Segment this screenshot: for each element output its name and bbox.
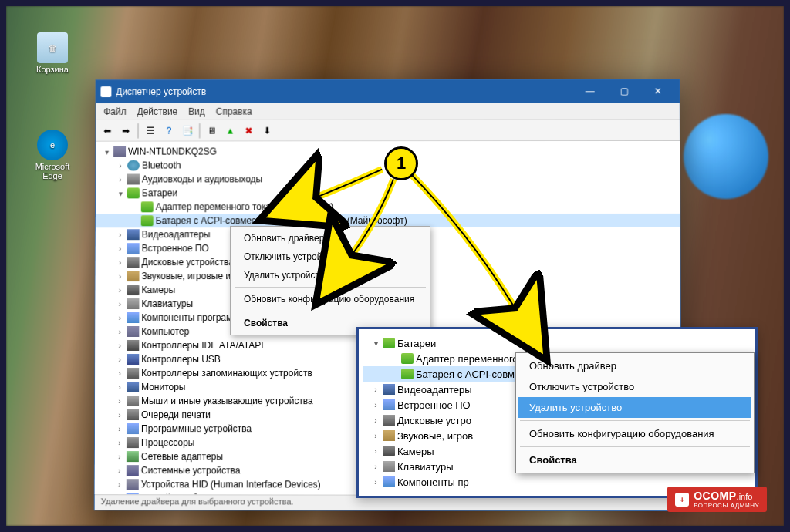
app-icon (100, 86, 111, 97)
menu-separator (520, 420, 750, 421)
battery-icon (401, 353, 414, 364)
battery-icon (127, 187, 140, 198)
mouse-icon (127, 396, 139, 406)
window-title: Диспетчер устройств (116, 86, 206, 97)
tree-batteries[interactable]: ▾Батареи (96, 186, 680, 200)
hid-icon (127, 479, 139, 490)
desktop-icon-label: Microsoft Edge (31, 162, 74, 180)
update-driver-button[interactable]: ▲ (222, 122, 239, 139)
software-icon (127, 423, 139, 434)
minimize-button[interactable]: — (573, 79, 607, 103)
display-icon (127, 229, 140, 240)
menu-properties[interactable]: Свойства (518, 450, 751, 470)
battery-icon (383, 338, 395, 348)
menu-view[interactable]: Вид (188, 106, 205, 116)
nav-back-button[interactable]: ⬅ (99, 122, 116, 139)
battery-icon (141, 215, 154, 226)
maximize-button[interactable]: ▢ (607, 79, 641, 103)
speaker-icon (127, 271, 140, 281)
separator (137, 123, 139, 138)
help-button[interactable]: ? (160, 122, 177, 139)
nav-forward-button[interactable]: ➡ (117, 122, 134, 139)
menu-separator (235, 287, 426, 288)
context-menu-main: Обновить драйвер Отключить устройство Уд… (230, 226, 430, 335)
menubar: Файл Действие Вид Справка (96, 103, 679, 120)
system-icon (127, 465, 139, 476)
desktop-icon-recycle-bin[interactable]: 🗑 Корзина (31, 32, 74, 74)
close-button[interactable]: ✕ (641, 79, 675, 103)
usb-icon (127, 354, 139, 365)
disable-button[interactable]: ⬇ (258, 122, 275, 139)
menu-scan-hardware[interactable]: Обновить конфигурацию оборудования (233, 290, 427, 308)
battery-icon (141, 201, 154, 212)
printer-icon (127, 409, 139, 420)
menu-help[interactable]: Справка (216, 106, 252, 116)
menu-uninstall-device[interactable]: Удалить устройство (518, 397, 751, 418)
network-icon (127, 451, 139, 462)
disk-icon (127, 257, 140, 268)
cpu-icon (127, 437, 139, 448)
titlebar[interactable]: Диспетчер устройств — ▢ ✕ (96, 79, 679, 103)
firmware-icon (127, 243, 140, 254)
menu-uninstall-device[interactable]: Удалить устройство (233, 266, 427, 285)
menu-action[interactable]: Действие (137, 106, 178, 116)
keyboard-icon (127, 298, 139, 309)
computer-icon (127, 326, 139, 337)
scan-hardware-button[interactable]: 🖥 (204, 122, 221, 139)
watermark: + OCOMP.info ВОПРОСЫ АДМИНУ (667, 487, 767, 512)
recycle-bin-icon: 🗑 (37, 32, 68, 63)
edge-icon: e (37, 130, 68, 160)
desktop-icon-edge[interactable]: e Microsoft Edge (31, 130, 74, 180)
speaker-icon (383, 430, 395, 441)
bluetooth-icon (127, 160, 140, 171)
show-hidden-button[interactable]: ☰ (142, 122, 159, 139)
menu-separator (520, 446, 750, 447)
context-menu-zoom: Обновить драйвер Отключить устройство Уд… (515, 352, 755, 473)
annotation-callout: 1 (384, 146, 418, 180)
menu-update-driver[interactable]: Обновить драйвер (518, 355, 751, 376)
camera-icon (383, 446, 395, 456)
uninstall-button[interactable]: ✖ (241, 122, 258, 139)
firmware-icon (383, 399, 395, 410)
component-icon (127, 312, 139, 323)
properties-button[interactable]: 📑 (179, 122, 196, 139)
monitor-icon (127, 382, 139, 392)
camera-icon (127, 285, 140, 295)
audio-icon (127, 174, 140, 185)
keyboard-icon (383, 461, 395, 472)
desktop-icon-label: Корзина (31, 65, 74, 74)
display-icon (383, 384, 395, 395)
menu-disable-device[interactable]: Отключить устройство (518, 376, 751, 397)
component-icon (383, 476, 395, 487)
menu-separator (235, 311, 426, 311)
tree-battery-adapter[interactable]: Адаптер переменного тока (Майкрософт) (96, 200, 680, 214)
disk-icon (383, 415, 395, 426)
menu-disable-device[interactable]: Отключить устройство (233, 247, 427, 266)
separator (199, 123, 201, 138)
p2-batteries[interactable]: ▾Батареи (363, 335, 751, 351)
computer-icon (113, 146, 126, 157)
plus-icon: + (675, 493, 689, 507)
storage-icon (127, 368, 139, 379)
menu-scan-hardware[interactable]: Обновить конфигурацию оборудования (518, 423, 751, 444)
menu-file[interactable]: Файл (103, 106, 126, 116)
ide-icon (127, 340, 139, 351)
menu-update-driver[interactable]: Обновить драйвер (233, 229, 427, 247)
battery-icon (401, 369, 414, 379)
toolbar: ⬅ ➡ ☰ ? 📑 🖥 ▲ ✖ ⬇ (96, 120, 680, 142)
